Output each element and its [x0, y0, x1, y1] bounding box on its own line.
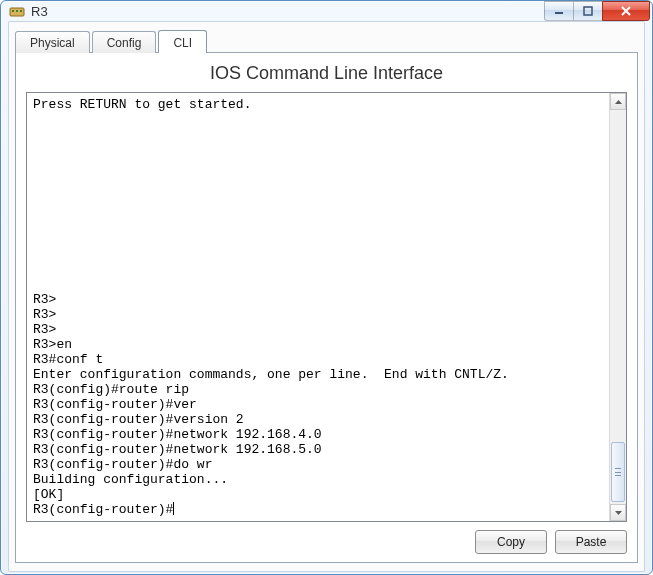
- minimize-button[interactable]: [544, 1, 574, 21]
- window: R3 Physical Config CLI IOS Command Line …: [0, 0, 653, 575]
- maximize-button[interactable]: [573, 1, 603, 21]
- copy-button[interactable]: Copy: [475, 530, 547, 554]
- scroll-up-button[interactable]: [610, 93, 626, 110]
- window-title: R3: [31, 4, 545, 19]
- paste-button[interactable]: Paste: [555, 530, 627, 554]
- text-cursor: [173, 502, 174, 515]
- titlebar[interactable]: R3: [1, 1, 652, 21]
- svg-rect-1: [12, 10, 14, 12]
- scroll-thumb[interactable]: [611, 442, 625, 502]
- tab-physical[interactable]: Physical: [15, 31, 90, 53]
- svg-rect-4: [555, 12, 563, 14]
- tabpage-cli: IOS Command Line Interface Press RETURN …: [15, 52, 638, 563]
- tab-cli[interactable]: CLI: [158, 30, 207, 53]
- tab-config[interactable]: Config: [92, 31, 157, 53]
- scroll-track[interactable]: [610, 110, 626, 504]
- scroll-down-button[interactable]: [610, 504, 626, 521]
- svg-rect-3: [20, 10, 22, 12]
- window-controls: [545, 1, 650, 21]
- close-button[interactable]: [602, 1, 650, 21]
- tabstrip: Physical Config CLI: [15, 28, 638, 52]
- terminal-container: Press RETURN to get started. R3> R3> R3>…: [26, 92, 627, 522]
- svg-rect-2: [16, 10, 18, 12]
- app-icon: [9, 3, 25, 19]
- client-area: Physical Config CLI IOS Command Line Int…: [8, 21, 645, 572]
- cli-heading: IOS Command Line Interface: [26, 63, 627, 84]
- terminal[interactable]: Press RETURN to get started. R3> R3> R3>…: [27, 93, 609, 521]
- scrollbar[interactable]: [609, 93, 626, 521]
- cli-button-row: Copy Paste: [26, 530, 627, 554]
- svg-rect-5: [584, 7, 592, 15]
